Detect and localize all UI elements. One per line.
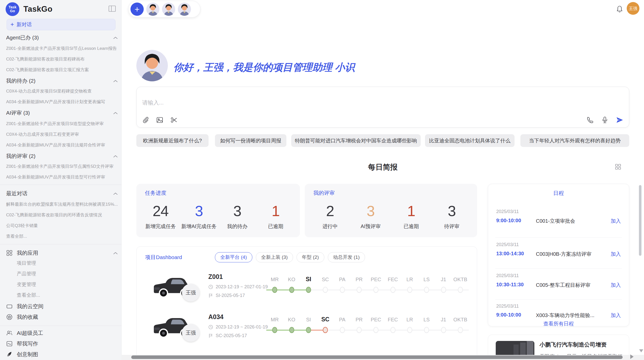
- suggestion-chip[interactable]: 欧洲新规最近颁布了什么?: [136, 134, 209, 147]
- quill-pen-icon: [6, 351, 13, 358]
- section-header-ai-review[interactable]: AI评审 (3): [6, 108, 118, 118]
- app-link-change-mgmt[interactable]: 变更管理: [6, 279, 118, 290]
- milestone-label: SI: [306, 276, 311, 283]
- join-link[interactable]: 加入: [611, 251, 621, 258]
- scroll-down-arrow-icon[interactable]: [639, 349, 643, 352]
- app-link-project-mgmt[interactable]: 项目管理: [6, 258, 118, 268]
- microphone-icon[interactable]: [601, 116, 609, 124]
- schedule-date: 2025/03/11: [496, 209, 519, 214]
- view-all-schedule-link[interactable]: 查看所有日程: [488, 320, 629, 327]
- join-link[interactable]: 加入: [611, 282, 621, 289]
- scissors-icon[interactable]: [170, 116, 178, 124]
- phone-call-icon[interactable]: [586, 116, 594, 124]
- writing-icon: [6, 340, 13, 347]
- milestone-label: PEC: [371, 317, 381, 323]
- section-header-recent[interactable]: 最近对话: [6, 188, 118, 199]
- schedule-time: 9:00-10:00: [496, 218, 521, 223]
- horizontal-scrollbar[interactable]: [131, 355, 623, 359]
- milestone-label: PA: [339, 277, 345, 282]
- tab-new-platform[interactable]: 全新平台 (4): [215, 252, 252, 262]
- join-link[interactable]: 加入: [611, 218, 621, 224]
- notifications-bell-icon[interactable]: [616, 5, 624, 13]
- briefing-title: 每日简报: [136, 162, 629, 172]
- section-header-my-review[interactable]: 我的评审 (2): [6, 151, 118, 161]
- stat-label: 新增完成任务: [145, 223, 176, 230]
- flag-icon: [208, 293, 213, 298]
- sidebar-task-item[interactable]: A034-全新新能源MUV产品开发项目计划变更表编写: [6, 97, 118, 107]
- add-conversation-button[interactable]: +: [130, 3, 144, 16]
- project-row[interactable]: 王强 Z001 2023-12-19 ~ 2027-01-19 SI-2025-…: [137, 271, 477, 310]
- milestone-label: FEC: [388, 277, 398, 282]
- app-link-product-mgmt[interactable]: 产品管理: [6, 269, 118, 279]
- sidebar-item-favorites[interactable]: 我的收藏: [6, 312, 118, 322]
- chevron-up-icon[interactable]: [113, 78, 118, 84]
- sidebar-collapse-icon[interactable]: [108, 5, 116, 12]
- chevron-up-icon[interactable]: [113, 250, 118, 256]
- milestone-dot: [441, 287, 446, 293]
- suggestion-chip[interactable]: 特朗普可能对进口汽车增税会对中国车企造成哪些影响: [291, 134, 421, 147]
- vertical-scrollbar[interactable]: [639, 185, 641, 256]
- recent-chat-item[interactable]: C02-飞腾新能源轻客改款项目的闭环通告反馈情况: [6, 210, 118, 220]
- join-link[interactable]: 加入: [611, 312, 621, 319]
- sidebar-task-item[interactable]: C02-飞腾新能源轻客改款项目立项汇报方案: [6, 65, 118, 75]
- sidebar-task-item[interactable]: Z001-全新燃油轻卡产品开发项目SI节点属性5D文件评审: [6, 161, 118, 171]
- sidebar-item-cloud-space[interactable]: 我的云空间: [6, 301, 118, 311]
- divider: [495, 268, 622, 269]
- sidebar-task-item[interactable]: A034-全新新能源MUV产品开发项目法规符合性评审: [6, 140, 118, 150]
- suggestion-chip[interactable]: 如何写一份清晰的项目周报: [215, 134, 286, 147]
- milestone-dot: [373, 327, 378, 333]
- apps-view-all[interactable]: 查看全部...: [6, 290, 118, 300]
- chat-input[interactable]: [142, 99, 524, 106]
- sidebar-item-my-apps[interactable]: 我的应用: [6, 248, 118, 258]
- schedule-event: C005-整车工程目标评审: [536, 282, 590, 289]
- stat-label: 新增AI完成任务: [181, 223, 217, 230]
- sidebar-item-creative-draw[interactable]: 创意制图: [6, 349, 118, 359]
- milestone-label: OKTB: [453, 277, 467, 282]
- project-row[interactable]: 王强 A034 2023-12-19 ~ 2026-01-19 SC-2025-…: [137, 311, 477, 350]
- plus-icon: +: [10, 21, 14, 28]
- sidebar-task-item[interactable]: C0X4-动力总成开发项目SI里程碑提交物检查: [6, 86, 118, 96]
- chevron-up-icon[interactable]: [113, 110, 118, 116]
- chevron-up-icon[interactable]: [113, 190, 118, 197]
- flag-icon: [208, 333, 213, 338]
- recent-chat-item[interactable]: 公司Q3轻卡销量: [6, 220, 118, 231]
- agent-avatar[interactable]: [162, 3, 175, 16]
- sidebar-task-item[interactable]: A034-全新新能源MUV产品开发项目造型可行性评审: [6, 172, 118, 182]
- stat-label: 已逾期: [268, 223, 283, 230]
- sidebar-task-item[interactable]: C0X4-动力总成开发项目工程变更评审: [6, 129, 118, 139]
- section-header-my-todo[interactable]: 我的待办 (2): [6, 76, 118, 86]
- layout-grid-icon[interactable]: [614, 163, 622, 170]
- tab-new-body[interactable]: 全新上装 (3): [256, 252, 293, 262]
- section-header-agent-done[interactable]: Agent已办 (3): [6, 33, 118, 43]
- sidebar-item-ai-staff[interactable]: AI超级员工: [6, 328, 118, 338]
- recent-chat-item[interactable]: 解释最新出台的欧盟报废车法规再生塑料比例被调至15%...: [6, 199, 118, 209]
- stat-value: 3: [448, 202, 456, 219]
- sidebar-task-item[interactable]: Z001-全新燃油皮卡产品开发项目SI节点Lesson Learn报告: [6, 43, 118, 53]
- agent-avatar[interactable]: [178, 3, 191, 16]
- stat-column: 3 新增AI完成任务: [180, 199, 218, 234]
- chat-composer: [136, 87, 629, 128]
- news-title: 小鹏飞行汽车制造公司增资: [539, 341, 607, 349]
- recent-view-all[interactable]: 查看全部...: [6, 231, 118, 241]
- milestone-label: LR: [406, 317, 413, 323]
- scroll-right-arrow-icon[interactable]: [630, 354, 634, 359]
- new-chat-button[interactable]: + 新对话: [7, 19, 115, 30]
- milestone-dot: [390, 287, 396, 293]
- sidebar-item-write-helper[interactable]: 帮我写作: [6, 339, 118, 349]
- user-avatar[interactable]: 王强: [627, 2, 639, 15]
- milestone-dot: [272, 287, 277, 293]
- attachment-icon[interactable]: [142, 116, 149, 124]
- assistant-avatar: [136, 50, 168, 81]
- suggestion-chip[interactable]: 当下年轻人对汽车外观有怎样的喜好趋势: [520, 134, 629, 147]
- tab-model-year[interactable]: 年型 (2): [297, 252, 324, 262]
- sidebar-task-item[interactable]: Z001-全新燃油轻卡产品开发项目SI造型提交物评审: [6, 118, 118, 129]
- project-flag-date: SC-2025-05-17: [208, 333, 247, 338]
- image-icon[interactable]: [156, 116, 164, 124]
- agent-avatar[interactable]: [146, 3, 159, 16]
- suggestion-chip[interactable]: 比亚迪全固态电池计划具体说了什么: [425, 134, 515, 147]
- chevron-up-icon[interactable]: [113, 153, 118, 159]
- sidebar-task-item[interactable]: C02-飞腾新能源轻客改款项目里程碑画布: [6, 54, 118, 64]
- send-icon[interactable]: [616, 116, 623, 124]
- chevron-up-icon[interactable]: [113, 35, 118, 41]
- tab-powertrain[interactable]: 动总开发 (1): [328, 252, 365, 262]
